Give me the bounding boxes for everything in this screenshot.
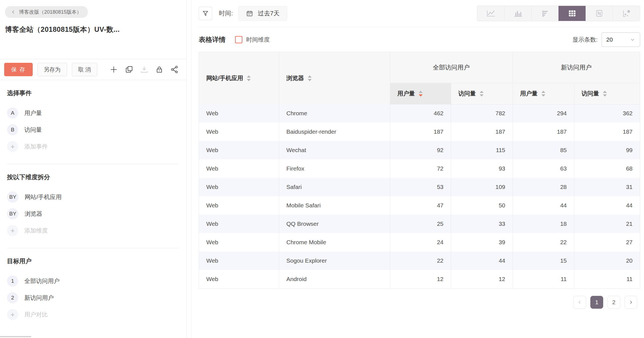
events-heading: 选择事件 (7, 89, 180, 97)
time-dimension-checkbox[interactable] (235, 36, 242, 43)
user-group-item-2[interactable]: 2 新访问用户 (7, 292, 180, 303)
page-size-label: 显示条数: (572, 36, 598, 44)
table-row: Web Chrome Mobile 24 39 22 27 (199, 233, 640, 251)
cell-app: Web (199, 270, 279, 288)
event-label-a: 用户量 (24, 109, 42, 117)
save-as-button[interactable]: 另存为 (37, 63, 67, 76)
event-label-b: 访问量 (24, 126, 42, 134)
cell-value: 362 (574, 104, 640, 123)
cell-app: Web (199, 251, 279, 270)
cell-value: 782 (451, 104, 513, 123)
column-header-new-users-count[interactable]: 用户量 (513, 83, 574, 104)
time-dimension-label: 时间维度 (246, 36, 270, 44)
action-icons (109, 65, 179, 74)
cell-value: 25 (390, 215, 451, 233)
chart-type-table-button[interactable] (558, 6, 586, 21)
cell-value: 12 (390, 270, 451, 288)
filter-button[interactable] (199, 7, 212, 20)
dimension-item-1[interactable]: BY 网站/手机应用 (7, 191, 180, 203)
sort-icon-active-desc (419, 91, 423, 97)
save-button[interactable]: 保 存 (4, 63, 33, 76)
sort-icon (308, 75, 312, 81)
next-page-button[interactable] (624, 296, 637, 309)
cell-value: 44 (451, 251, 513, 270)
dimension-label-1: 网站/手机应用 (25, 193, 61, 201)
column-header-all-users-count[interactable]: 用户量 (390, 83, 451, 104)
cell-value: 63 (513, 159, 574, 178)
event-item-b[interactable]: B 访问量 (7, 124, 180, 135)
time-range-button[interactable]: 过去7天 (238, 6, 287, 21)
cell-value: 11 (513, 270, 574, 288)
chart-type-line-button[interactable] (477, 6, 504, 21)
chart-type-scatter-button[interactable] (613, 6, 640, 21)
cell-value: 22 (390, 251, 451, 270)
dimensions-heading: 按以下维度拆分 (7, 173, 180, 181)
back-chevron-icon (11, 10, 16, 14)
cell-app: Web (199, 215, 279, 233)
page-size-select[interactable]: 20 (602, 32, 640, 47)
action-bar: 保 存 另存为 取 消 (0, 59, 186, 80)
cancel-button[interactable]: 取 消 (72, 63, 98, 76)
user-badge-1: 1 (7, 275, 18, 287)
dimension-item-2[interactable]: BY 浏览器 (7, 208, 180, 219)
cell-value: 31 (574, 178, 640, 196)
cell-browser: Chrome Mobile (279, 233, 390, 251)
column-group-new-users: 新访问用户 (513, 52, 640, 83)
page-size-control: 显示条数: 20 (572, 32, 640, 47)
cell-value: 44 (574, 196, 640, 215)
pagination: 1 2 (199, 296, 640, 309)
cell-browser: Sogou Explorer (279, 251, 390, 270)
section-divider (7, 248, 179, 248)
copy-icon[interactable] (125, 65, 133, 74)
cell-value: 187 (574, 123, 640, 141)
cell-browser: Android (279, 270, 390, 288)
page-button-2[interactable]: 2 (607, 296, 620, 309)
user-group-label-1: 全部访问用户 (24, 277, 60, 285)
new-plus-icon[interactable] (109, 65, 118, 74)
download-icon[interactable] (140, 65, 148, 74)
lock-icon[interactable] (155, 65, 164, 74)
sub-header-label: 访问量 (582, 90, 599, 97)
users-heading: 目标用户 (7, 257, 180, 265)
section-dimensions: 按以下维度拆分 BY 网站/手机应用 BY 浏览器 + 添加维度 (0, 173, 186, 236)
results-table: 网站/手机应用 浏览器 全部访问用户 新访问用户 (199, 52, 640, 288)
table-row: Web Baiduspider-render 187 187 187 187 (199, 123, 640, 141)
table-row: Web Sogou Explorer 22 44 15 20 (199, 251, 640, 270)
cell-app: Web (199, 104, 279, 123)
table-row: Web Chrome 462 782 294 362 (199, 104, 640, 123)
sort-icon (541, 91, 545, 97)
cell-browser: Safari (279, 178, 390, 196)
cell-value: 93 (451, 159, 513, 178)
share-icon[interactable] (170, 65, 179, 74)
sort-icon (247, 75, 251, 81)
user-group-item-1[interactable]: 1 全部访问用户 (7, 275, 180, 287)
cell-value: 462 (390, 104, 451, 123)
user-compare-button[interactable]: + 用户对比 (7, 309, 180, 320)
page-button-1[interactable]: 1 (590, 296, 603, 309)
column-header-browser[interactable]: 浏览器 (279, 52, 390, 104)
event-badge-a: A (7, 107, 18, 119)
sidebar-scrollbar[interactable] (0, 336, 31, 337)
breadcrumb-label: 博客改版（20180815版本） (19, 9, 82, 15)
user-group-label-2: 新访问用户 (24, 294, 54, 302)
column-header-app[interactable]: 网站/手机应用 (199, 52, 279, 104)
column-header-new-visits-count[interactable]: 访问量 (574, 83, 640, 104)
cell-value: 28 (513, 178, 574, 196)
chart-type-column-button[interactable] (504, 6, 531, 21)
chart-type-bar-button[interactable] (531, 6, 558, 21)
chart-type-number-button[interactable] (586, 6, 613, 21)
app-window: 博客改版（20180815版本） 博客全站（20180815版本）UV-数...… (0, 0, 644, 338)
column-group-all-users: 全部访问用户 (390, 52, 513, 83)
cell-value: 85 (513, 141, 574, 159)
add-event-button[interactable]: + 添加事件 (7, 141, 180, 152)
add-dimension-button[interactable]: + 添加维度 (7, 225, 180, 236)
cell-value: 187 (451, 123, 513, 141)
previous-page-button[interactable] (573, 296, 586, 309)
event-item-a[interactable]: A 用户量 (7, 107, 180, 119)
section-users: 目标用户 1 全部访问用户 2 新访问用户 + 用户对比 (0, 257, 186, 320)
column-header-all-visits-count[interactable]: 访问量 (451, 83, 513, 104)
cell-value: 27 (574, 233, 640, 251)
sidebar-header: 博客改版（20180815版本） 博客全站（20180815版本）UV-数... (0, 0, 186, 59)
chevron-left-icon (577, 300, 582, 305)
breadcrumb[interactable]: 博客改版（20180815版本） (5, 6, 88, 18)
